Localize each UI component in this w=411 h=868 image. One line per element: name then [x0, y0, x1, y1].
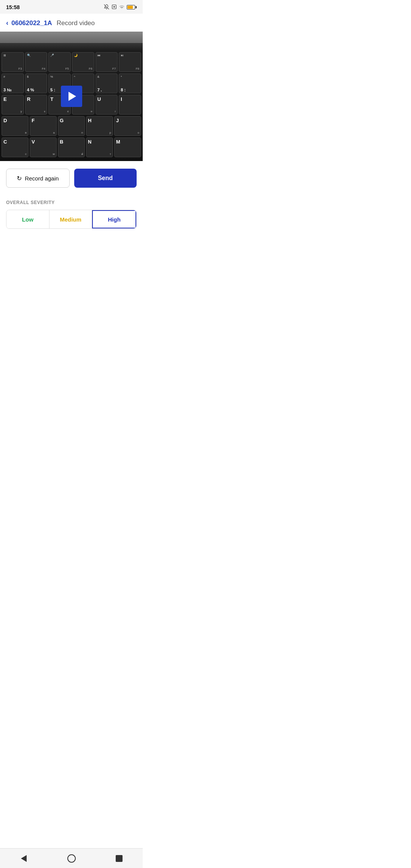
record-again-label: Record again [25, 175, 59, 182]
play-icon [68, 92, 76, 101]
play-button[interactable] [61, 86, 82, 107]
severity-section: OVERALL SEVERITY Low Medium High [0, 194, 143, 236]
action-buttons-row: ↻ Record again Send [0, 161, 143, 194]
mute-icon [104, 4, 109, 11]
header-title-normal: Record video [57, 19, 95, 27]
status-bar: 15:58 [0, 0, 143, 14]
severity-buttons-group: Low Medium High [6, 210, 137, 229]
severity-high-button[interactable]: High [92, 210, 136, 228]
video-player[interactable]: ⊞F3 🔍F4 🎤F5 🌙F6 ⏮F7 ⏯F8 #3 № $4 % %5 : ^… [0, 32, 143, 161]
status-icons [104, 4, 137, 11]
send-button[interactable]: Send [74, 169, 137, 188]
send-label: Send [98, 175, 113, 181]
severity-low-button[interactable]: Low [6, 210, 49, 228]
severity-medium-label: Medium [60, 216, 81, 223]
header-title-bold: 06062022_1A [11, 19, 52, 27]
battery-icon [127, 5, 137, 10]
refresh-icon: ↻ [17, 175, 22, 182]
close-notification-icon [112, 4, 117, 11]
header: ‹ 06062022_1A Record video [0, 14, 143, 32]
svg-line-0 [104, 4, 109, 9]
back-button[interactable]: ‹ [6, 19, 8, 27]
severity-section-label: OVERALL SEVERITY [6, 200, 137, 205]
record-again-button[interactable]: ↻ Record again [6, 169, 70, 188]
severity-low-label: Low [22, 216, 33, 223]
wifi-icon [119, 5, 124, 10]
severity-high-label: High [108, 216, 121, 223]
severity-medium-button[interactable]: Medium [49, 210, 92, 228]
status-time: 15:58 [6, 4, 20, 10]
